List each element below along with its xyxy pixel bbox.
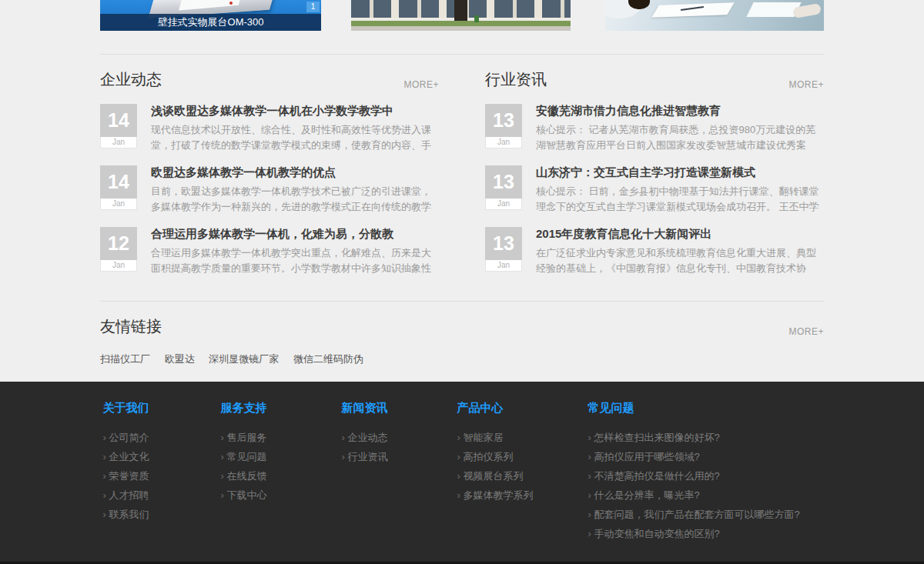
date-badge: 12 Jan bbox=[100, 227, 137, 276]
friend-links-more-link[interactable]: MORE+ bbox=[788, 326, 824, 337]
section-title-friend-links: 友情链接 bbox=[100, 316, 162, 337]
date-badge: 13 Jan bbox=[485, 227, 522, 276]
red-dot-decoration bbox=[229, 2, 233, 5]
footer: 关于我们 公司简介 企业文化 荣誉资质 人才招聘 联系我们 服务支持 售后服务 … bbox=[0, 382, 924, 562]
date-badge: 14 Jan bbox=[100, 104, 137, 153]
footer-link[interactable]: 售后服务 bbox=[221, 428, 342, 447]
date-badge: 13 Jan bbox=[485, 165, 522, 215]
footer-column-news: 新闻资讯 企业动态 行业资讯 bbox=[342, 401, 457, 543]
carousel-item-product[interactable]: 1 壁挂式实物展台OM-300 bbox=[100, 0, 321, 31]
date-month: Jan bbox=[100, 137, 137, 149]
footer-faq-link[interactable]: 高拍仪应用于哪些领域? bbox=[588, 447, 822, 466]
news-summary: 核心提示： 记者从芜湖市教育局获悉，总投资980万元建设的芜湖智慧教育应用平台日… bbox=[536, 122, 824, 153]
friend-link-microscope-factory[interactable]: 深圳显微镜厂家 bbox=[209, 353, 279, 365]
footer-faq-link[interactable]: 配套问题，我们产品在配套方面可以哪些方面? bbox=[588, 505, 822, 524]
footer-column-about: 关于我们 公司简介 企业文化 荣誉资质 人才招聘 联系我们 bbox=[103, 401, 221, 543]
grass-strip bbox=[351, 21, 571, 26]
news-title: 合理运用多媒体教学一体机，化难为易，分散教 bbox=[151, 227, 439, 242]
date-month: Jan bbox=[100, 260, 137, 272]
footer-faq-link[interactable]: 什么是分辨率，曝光率? bbox=[588, 486, 822, 505]
news-item[interactable]: 14 Jan 欧盟达多媒体教学一体机教学的优点 目前，欧盟达多媒体教学一体机教学… bbox=[100, 165, 439, 215]
section-title-industry-news: 行业资讯 bbox=[485, 69, 547, 90]
footer-link[interactable]: 多媒体教学系列 bbox=[457, 486, 588, 505]
news-summary: 目前，欧盟达多媒体教学一体机教学技术已被广泛的引进课堂，多媒体教学作为一种新兴的… bbox=[151, 184, 439, 215]
footer-link[interactable]: 荣誉资质 bbox=[103, 466, 221, 486]
footer-link[interactable]: 下载中心 bbox=[221, 486, 342, 505]
news-summary: 在广泛征求业内专家意见和系统梳理教育信息化重大进展、典型经验的基础上，《中国教育… bbox=[536, 245, 824, 276]
footer-column-title: 新闻资讯 bbox=[342, 401, 457, 415]
friend-link-scanner-factory[interactable]: 扫描仪工厂 bbox=[100, 353, 150, 365]
news-title: 欧盟达多媒体教学一体机教学的优点 bbox=[151, 165, 439, 180]
footer-column-title: 产品中心 bbox=[457, 401, 588, 415]
footer-link[interactable]: 行业资讯 bbox=[342, 447, 457, 466]
news-section: 企业动态 MORE+ 14 Jan 浅谈欧盟达多媒体教学一体机在小学数学教学中 … bbox=[100, 54, 824, 289]
product-carousel: 1 壁挂式实物展台OM-300 bbox=[100, 0, 824, 31]
carousel-item-building[interactable] bbox=[351, 0, 571, 31]
news-item[interactable]: 12 Jan 合理运用多媒体教学一体机，化难为易，分散教 合理运用多媒体教学一体… bbox=[100, 227, 439, 276]
footer-link[interactable]: 智能家居 bbox=[457, 428, 588, 447]
meeting-photo bbox=[605, 0, 824, 31]
friend-links-section: 友情链接 MORE+ 扫描仪工厂 欧盟达 深圳显微镜厂家 微信二维码防伪 bbox=[100, 301, 824, 382]
friend-link-wechat-qr[interactable]: 微信二维码防伪 bbox=[293, 353, 363, 365]
news-summary: 现代信息技术以开放性、综合性、及时性和高效性等优势进入课堂，打破了传统的数学课堂… bbox=[151, 122, 439, 153]
date-day: 12 bbox=[100, 227, 137, 260]
date-badge: 14 Jan bbox=[100, 165, 137, 215]
footer-link[interactable]: 公司简介 bbox=[103, 428, 221, 447]
industry-news-more-link[interactable]: MORE+ bbox=[788, 79, 824, 90]
news-title: 安徽芜湖市借力信息化推进智慧教育 bbox=[536, 104, 824, 118]
date-day: 14 bbox=[100, 165, 137, 199]
news-title: 浅谈欧盟达多媒体教学一体机在小学数学教学中 bbox=[151, 104, 439, 118]
footer-column-title: 关于我们 bbox=[103, 401, 221, 415]
paper-shape bbox=[651, 2, 734, 17]
company-news-more-link[interactable]: MORE+ bbox=[403, 79, 439, 90]
date-badge: 13 Jan bbox=[485, 104, 522, 153]
footer-column-faq: 常见问题 怎样检查扫出来图像的好坏? 高拍仪应用于哪些领域? 不清楚高拍仪是做什… bbox=[588, 401, 822, 543]
slide-number-badge: 1 bbox=[306, 2, 320, 12]
date-month: Jan bbox=[100, 199, 137, 210]
industry-news-column: 行业资讯 MORE+ 13 Jan 安徽芜湖市借力信息化推进智慧教育 核心提示：… bbox=[485, 55, 824, 289]
footer-column-service: 服务支持 售后服务 常见问题 在线反馈 下载中心 bbox=[221, 401, 342, 543]
company-news-column: 企业动态 MORE+ 14 Jan 浅谈欧盟达多媒体教学一体机在小学数学教学中 … bbox=[100, 55, 439, 289]
news-item[interactable]: 14 Jan 浅谈欧盟达多媒体教学一体机在小学数学教学中 现代信息技术以开放性、… bbox=[100, 104, 439, 153]
footer-link[interactable]: 常见问题 bbox=[221, 447, 342, 466]
date-day: 14 bbox=[100, 104, 137, 137]
footer-column-title: 服务支持 bbox=[221, 401, 342, 415]
building-photo bbox=[351, 0, 571, 31]
footer-link[interactable]: 人才招聘 bbox=[103, 486, 221, 505]
footer-link[interactable]: 联系我们 bbox=[103, 505, 221, 524]
section-title-company-news: 企业动态 bbox=[100, 69, 162, 90]
news-title: 山东济宁：交互式自主学习打造课堂新模式 bbox=[536, 165, 824, 180]
footer-faq-link[interactable]: 怎样检查扫出来图像的好坏? bbox=[588, 428, 822, 447]
date-month: Jan bbox=[485, 137, 522, 149]
carousel-item-meeting[interactable] bbox=[605, 0, 824, 31]
footer-link[interactable]: 视频展台系列 bbox=[457, 466, 588, 486]
date-day: 13 bbox=[485, 104, 522, 137]
footer-faq-link[interactable]: 不清楚高拍仪是做什么用的? bbox=[588, 466, 822, 486]
date-month: Jan bbox=[485, 199, 522, 210]
friend-link-oumengda[interactable]: 欧盟达 bbox=[165, 353, 195, 365]
news-item[interactable]: 13 Jan 2015年度教育信息化十大新闻评出 在广泛征求业内专家意见和系统梳… bbox=[485, 227, 824, 276]
building-door bbox=[454, 0, 467, 22]
date-month: Jan bbox=[485, 260, 522, 272]
news-summary: 核心提示： 日前，金乡县初中物理基于知法并行课堂、翻转课堂理念下的交互式自主学习… bbox=[536, 184, 824, 215]
green-bin bbox=[474, 15, 479, 22]
date-day: 13 bbox=[485, 227, 522, 260]
footer-link[interactable]: 在线反馈 bbox=[221, 466, 342, 486]
footer-link[interactable]: 企业文化 bbox=[103, 447, 221, 466]
news-summary: 合理运用多媒体教学一体机教学突出重点，化解难点、历来是大面积提高教学质量的重要环… bbox=[151, 245, 439, 276]
footer-link[interactable]: 高拍仪系列 bbox=[457, 447, 588, 466]
news-item[interactable]: 13 Jan 安徽芜湖市借力信息化推进智慧教育 核心提示： 记者从芜湖市教育局获… bbox=[485, 104, 824, 153]
date-day: 13 bbox=[485, 165, 522, 199]
footer-column-title: 常见问题 bbox=[588, 401, 822, 415]
road-strip bbox=[351, 26, 571, 31]
news-title: 2015年度教育信息化十大新闻评出 bbox=[536, 227, 824, 242]
footer-link[interactable]: 企业动态 bbox=[342, 428, 457, 447]
footer-faq-link[interactable]: 手动变焦和自动变焦的区别? bbox=[588, 524, 822, 543]
product-caption: 壁挂式实物展台OM-300 bbox=[100, 14, 321, 31]
news-item[interactable]: 13 Jan 山东济宁：交互式自主学习打造课堂新模式 核心提示： 日前，金乡县初… bbox=[485, 165, 824, 215]
footer-column-products: 产品中心 智能家居 高拍仪系列 视频展台系列 多媒体教学系列 bbox=[457, 401, 588, 543]
